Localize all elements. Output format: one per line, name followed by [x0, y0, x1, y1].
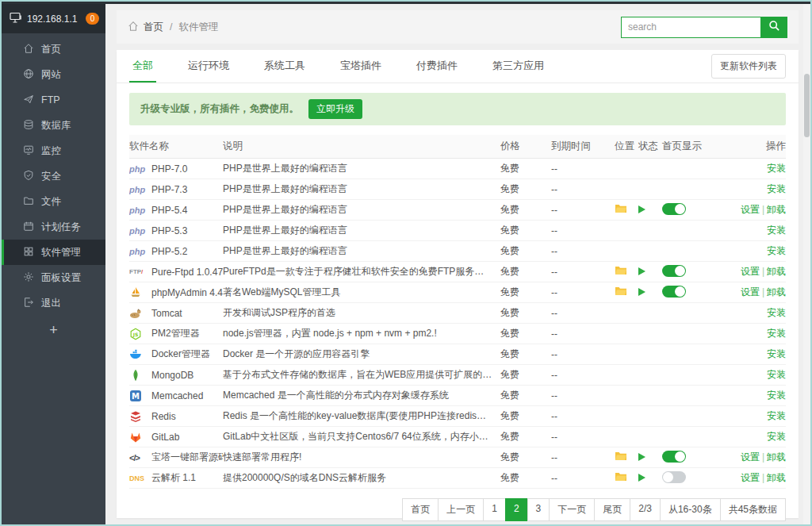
tab-runtime[interactable]: 运行环境 [185, 50, 232, 83]
tab-bt-plugins[interactable]: 宝塔插件 [337, 50, 385, 83]
column-header: 到期时间 [551, 140, 615, 153]
column-header: 位置 [615, 140, 638, 153]
home-show-toggle[interactable] [662, 451, 686, 463]
pagination-next[interactable]: 下一页 [549, 498, 595, 521]
search-input[interactable] [621, 17, 760, 38]
sidebar-item-ftp[interactable]: FTP [2, 87, 105, 113]
folder-icon [23, 195, 41, 209]
service-running-icon[interactable] [638, 288, 645, 296]
docker-icon [129, 348, 151, 361]
sidebar-item-folder[interactable]: 文件 [2, 189, 105, 214]
price-value: 免费 [500, 224, 551, 237]
table-row: phpPHP-5.4PHP是世界上最好的编程语言免费--设置|卸载 [129, 200, 786, 221]
settings-link[interactable]: 设置 [741, 266, 760, 277]
software-name: phpPHP-5.4 [129, 205, 223, 216]
install-link[interactable]: 安装 [767, 431, 786, 442]
tab-all[interactable]: 全部 [129, 50, 156, 83]
scrollbar-thumb[interactable] [804, 74, 810, 137]
sidebar-item-home[interactable]: 首页 [2, 36, 105, 62]
location-cell [615, 286, 638, 299]
software-description: GitLab中文社区版，当前只支持Centos6/7 64位系统，内存小于2GB… [223, 430, 500, 443]
service-running-icon[interactable] [638, 453, 645, 461]
settings-link[interactable]: 设置 [741, 451, 760, 463]
sidebar-item-gear[interactable]: 面板设置 [2, 265, 105, 290]
sidebar-item-database[interactable]: 数据库 [2, 113, 105, 138]
settings-link[interactable]: 设置 [741, 286, 760, 298]
action-cell: 安装 [718, 430, 786, 443]
action-cell: 安装 [718, 162, 786, 175]
upgrade-now-button[interactable]: 立即升级 [308, 99, 362, 119]
home-show-cell [662, 451, 718, 465]
update-software-list-button[interactable]: 更新软件列表 [711, 54, 786, 79]
uninstall-link[interactable]: 卸载 [767, 472, 786, 483]
message-count-badge[interactable]: 0 [86, 13, 99, 25]
sidebar-item-label: FTP [41, 94, 60, 106]
price-value: 免费 [500, 471, 551, 485]
pagination-page-3[interactable]: 3 [527, 498, 550, 521]
uninstall-link[interactable]: 卸载 [767, 451, 786, 463]
tab-system-tools[interactable]: 系统工具 [261, 50, 308, 83]
price-value: 免费 [500, 203, 551, 217]
action-cell: 安装 [718, 182, 786, 196]
home-show-cell [662, 471, 718, 486]
install-link[interactable]: 安装 [767, 369, 786, 380]
software-description: node.js管理器，内置 node.js + npm + nvm + pm2.… [223, 327, 500, 340]
pagination-page-1[interactable]: 1 [483, 498, 506, 521]
uninstall-link[interactable]: 卸载 [767, 286, 786, 298]
sidebar-item-shield[interactable]: 安全 [2, 163, 105, 189]
uninstall-link[interactable]: 卸载 [767, 266, 786, 277]
sidebar-add-button[interactable]: + [2, 322, 105, 339]
install-link[interactable]: 安装 [767, 163, 786, 174]
expire-value: -- [551, 163, 615, 175]
install-link[interactable]: 安装 [767, 245, 786, 256]
column-header: 说明 [223, 140, 500, 153]
open-folder-icon[interactable] [615, 474, 627, 485]
price-value: 免费 [500, 430, 551, 443]
search-box [621, 17, 787, 38]
install-link[interactable]: 安装 [767, 225, 786, 236]
pagination-first[interactable]: 首页 [402, 498, 439, 521]
software-name: MMemcached [129, 390, 223, 402]
expire-value: -- [551, 370, 615, 381]
home-show-toggle[interactable] [662, 265, 686, 277]
sidebar-item-calendar[interactable]: 计划任务 [2, 214, 105, 240]
expire-value: -- [551, 452, 615, 463]
breadcrumb-home-link[interactable]: 首页 [144, 21, 163, 34]
search-button[interactable] [760, 17, 787, 38]
pagination-last[interactable]: 尾页 [594, 498, 630, 521]
install-link[interactable]: 安装 [767, 410, 786, 421]
toggle-knob [675, 266, 685, 276]
expire-value: -- [551, 411, 615, 422]
logout-icon [23, 297, 41, 310]
sidebar-item-globe[interactable]: 网站 [2, 62, 105, 87]
service-running-icon[interactable] [638, 205, 645, 213]
settings-link[interactable]: 设置 [741, 204, 760, 215]
install-link[interactable]: 安装 [767, 307, 786, 318]
install-link[interactable]: 安装 [767, 390, 786, 401]
home-show-toggle[interactable] [662, 471, 686, 483]
sidebar-item-grid[interactable]: 软件管理 [2, 240, 105, 265]
open-folder-icon[interactable] [615, 453, 627, 464]
tab-paid-plugins[interactable]: 付费插件 [413, 50, 461, 83]
home-show-toggle[interactable] [662, 286, 686, 298]
home-show-toggle[interactable] [662, 203, 686, 215]
pagination-prev[interactable]: 上一页 [438, 498, 484, 521]
tab-third-party[interactable]: 第三方应用 [489, 50, 547, 83]
install-link[interactable]: 安装 [767, 328, 786, 339]
install-link[interactable]: 安装 [767, 348, 786, 359]
sidebar-item-logout[interactable]: 退出 [2, 290, 105, 316]
pureftpd-icon: FTP/ [129, 268, 151, 275]
service-running-icon[interactable] [638, 267, 645, 275]
sidebar-item-monitor[interactable]: 监控 [2, 138, 105, 163]
page-scrollbar[interactable] [803, 4, 810, 524]
service-running-icon[interactable] [638, 474, 645, 482]
uninstall-link[interactable]: 卸载 [767, 204, 786, 215]
pagination-page-2[interactable]: 2 [505, 498, 528, 521]
open-folder-icon[interactable] [615, 205, 627, 217]
install-link[interactable]: 安装 [767, 183, 786, 194]
pagination: 首页上一页123下一页尾页2/3从16-30条共45条数据 [129, 489, 786, 521]
open-folder-icon[interactable] [615, 288, 627, 299]
settings-link[interactable]: 设置 [741, 472, 760, 483]
open-folder-icon[interactable] [615, 267, 627, 278]
toggle-knob [675, 204, 685, 214]
